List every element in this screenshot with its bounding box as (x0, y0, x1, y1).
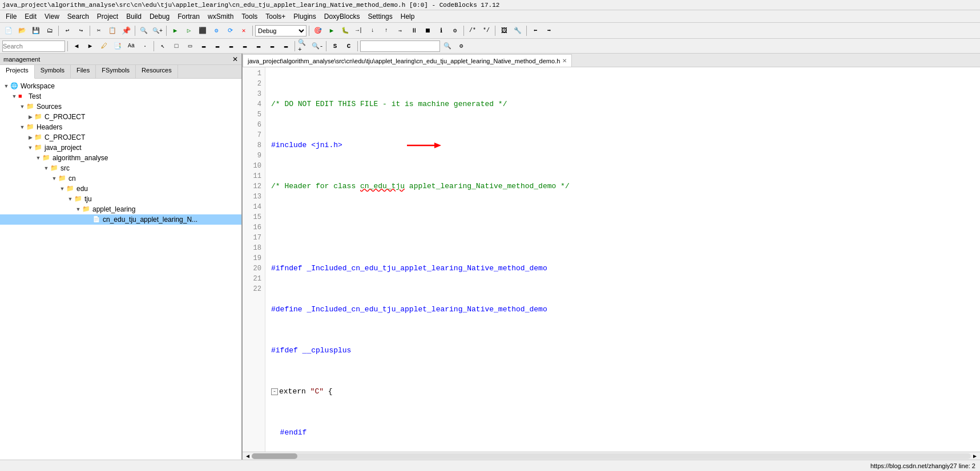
scroll-left-btn[interactable]: ◀ (244, 452, 252, 460)
nav-back-button[interactable]: ⬅ (529, 25, 542, 37)
fold-marker-8[interactable]: - (271, 388, 278, 395)
menu-fortran[interactable]: Fortran (174, 11, 203, 22)
tab-symbols[interactable]: Symbols (35, 65, 71, 78)
menu-help[interactable]: Help (397, 11, 418, 22)
tree-test[interactable]: ▼ ■ Test (0, 91, 241, 101)
panel-close-button[interactable]: ✕ (232, 55, 238, 63)
info-button[interactable]: ℹ (435, 25, 447, 37)
tree-c-project-1[interactable]: ▶ 📁 C_PROJECT (0, 112, 241, 122)
menu-file[interactable]: File (2, 11, 20, 22)
horizontal-scrollbar[interactable]: ◀ ▶ (243, 452, 980, 460)
shape6-btn[interactable]: ▬ (266, 40, 279, 52)
nav-next-button[interactable]: ▶ (84, 40, 96, 52)
new-button[interactable]: 📄 (2, 25, 15, 37)
tree-tju[interactable]: ▼ 📁 tju (0, 194, 241, 204)
debug-button[interactable]: ▷ (183, 25, 195, 37)
debug2-button[interactable]: 🐛 (339, 25, 352, 37)
tab-fsymbols[interactable]: FSymbols (96, 65, 136, 78)
stop-debug-button[interactable]: ⏹ (421, 25, 434, 37)
tab-projects[interactable]: Projects (0, 65, 35, 79)
nav-fwd-button[interactable]: ➡ (543, 25, 555, 37)
find-next-button[interactable]: 🔍+ (151, 25, 164, 37)
shape3-btn[interactable]: ▬ (225, 40, 237, 52)
wx-res-button[interactable]: 🖼 (498, 25, 510, 37)
tree-applet[interactable]: ▼ 📁 applet_learing (0, 204, 241, 214)
rebuild-button[interactable]: ⟳ (224, 25, 236, 37)
save-button[interactable]: 💾 (30, 25, 42, 37)
tab-resources[interactable]: Resources (136, 65, 178, 78)
s-btn[interactable]: S (329, 40, 341, 52)
shape5-btn[interactable]: ▬ (252, 40, 265, 52)
menu-project[interactable]: Project (94, 11, 122, 22)
tree-sources[interactable]: ▼ 📁 Sources (0, 101, 241, 112)
highlight-button[interactable]: 🖊 (98, 40, 110, 52)
zoom-out-btn[interactable]: 🔍- (311, 40, 324, 52)
menu-debug[interactable]: Debug (146, 11, 173, 22)
menu-search[interactable]: Search (64, 11, 92, 22)
menu-view[interactable]: View (41, 11, 63, 22)
menu-tools-plus[interactable]: Tools+ (262, 11, 289, 22)
cut-button[interactable]: ✂ (92, 25, 105, 37)
search-settings-btn[interactable]: ⚙ (455, 40, 467, 52)
menu-plugins[interactable]: Plugins (290, 11, 319, 22)
search-input[interactable] (2, 40, 65, 52)
tree-c-project-2[interactable]: ▶ 📁 C_PROJECT (0, 132, 241, 143)
tab-files[interactable]: Files (71, 65, 96, 78)
editor-tab-close-button[interactable]: ✕ (562, 58, 567, 64)
c-btn[interactable]: C (342, 40, 355, 52)
code-area[interactable]: /* DO NOT EDIT THIS FILE - it is machine… (265, 67, 980, 452)
redo-button[interactable]: ↪ (75, 25, 87, 37)
scroll-track[interactable] (252, 453, 971, 459)
search-input2[interactable] (360, 40, 440, 52)
dot-button[interactable]: · (139, 40, 151, 52)
menu-wxsmith[interactable]: wxSmith (204, 11, 237, 22)
menu-build[interactable]: Build (123, 11, 145, 22)
tree-cn[interactable]: ▼ 📁 cn (0, 173, 241, 184)
tree-src[interactable]: ▼ 📁 src (0, 163, 241, 173)
copy-button[interactable]: 📋 (106, 25, 119, 37)
menu-settings[interactable]: Settings (364, 11, 396, 22)
cancel-build-button[interactable]: ✕ (237, 25, 250, 37)
case-button[interactable]: Aa (125, 40, 138, 52)
wx-btn[interactable]: 🔧 (511, 25, 524, 37)
menu-doxyblocks[interactable]: DoxyBlocks (321, 11, 364, 22)
menu-tools[interactable]: Tools (238, 11, 261, 22)
shape1-btn[interactable]: ▬ (197, 40, 210, 52)
stop-button[interactable]: ⬛ (196, 25, 209, 37)
open-button[interactable]: 📂 (16, 25, 29, 37)
run-button[interactable]: ▶ (169, 25, 182, 37)
tree-workspace[interactable]: ▼ 🌐 Workspace (0, 81, 241, 91)
step-in-button[interactable]: ↓ (366, 25, 379, 37)
shape7-btn[interactable]: ▬ (280, 40, 292, 52)
settings-button[interactable]: ⚙ (449, 25, 461, 37)
tree-algorithm[interactable]: ▼ 📁 algorithm_analyse (0, 153, 241, 163)
undo-button[interactable]: ↩ (61, 25, 74, 37)
nav-prev-button[interactable]: ◀ (70, 40, 83, 52)
select-btn[interactable]: ↖ (156, 40, 169, 52)
build-target-button[interactable]: 🎯 (312, 25, 324, 37)
menu-edit[interactable]: Edit (21, 11, 40, 22)
shape4-btn[interactable]: ▬ (239, 40, 251, 52)
scroll-right-btn[interactable]: ▶ (971, 452, 979, 460)
comment-button[interactable]: /* (466, 25, 479, 37)
step-out-button[interactable]: ↑ (380, 25, 393, 37)
step-over-button[interactable]: →| (353, 25, 365, 37)
editor-tab-main[interactable]: java_project\algorithm_analyse\src\cn\ed… (243, 54, 572, 67)
insert-btn[interactable]: ▭ (184, 40, 196, 52)
shape2-btn[interactable]: ▬ (211, 40, 224, 52)
find-button[interactable]: 🔍 (138, 25, 150, 37)
rect-btn[interactable]: □ (170, 40, 183, 52)
tree-headers[interactable]: ▼ 📁 Headers (0, 122, 241, 132)
pause-button[interactable]: ⏸ (408, 25, 420, 37)
tree-file[interactable]: 📄 cn_edu_tju_applet_learing_N... (0, 214, 241, 225)
zoom-in-btn[interactable]: 🔍+ (297, 40, 310, 52)
tree-java-project[interactable]: ▼ 📁 java_project (0, 143, 241, 153)
debug-mode-dropdown[interactable]: Debug Release (255, 25, 306, 36)
search-go-btn[interactable]: 🔍 (441, 40, 454, 52)
bookmark-button[interactable]: 📑 (111, 40, 124, 52)
scroll-thumb[interactable] (252, 453, 297, 459)
run2-button[interactable]: ▶ (325, 25, 338, 37)
paste-button[interactable]: 📌 (120, 25, 132, 37)
build-button[interactable]: ⚙ (210, 25, 223, 37)
uncomment-button[interactable]: */ (480, 25, 493, 37)
